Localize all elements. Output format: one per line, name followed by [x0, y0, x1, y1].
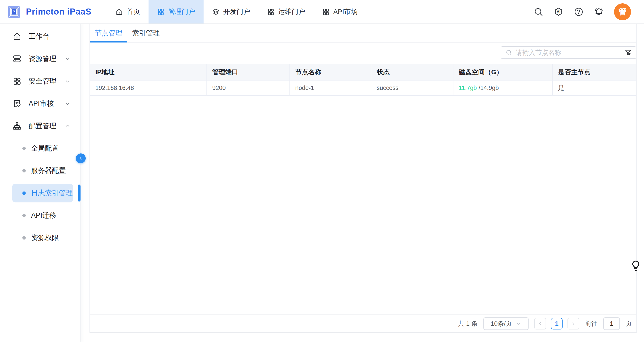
nav-item-api-market[interactable]: API市场 — [314, 0, 366, 24]
column-header-ip: IP地址 — [90, 64, 207, 80]
table-row[interactable]: 192.168.16.48 9200 node-1 success 11.7gb… — [90, 80, 636, 96]
sidebar-item-api-review[interactable]: API审核 — [0, 92, 80, 115]
lightbulb-icon[interactable] — [630, 260, 641, 272]
sidebar-item-label: 资源管理 — [29, 54, 56, 64]
sidebar-collapse-button[interactable] — [76, 154, 86, 163]
bullet-icon — [22, 236, 26, 240]
sidebar-subitem-label: 日志索引管理 — [31, 188, 73, 198]
ai-icon[interactable]: AI — [554, 7, 564, 17]
header-actions: AI ? 管 — [534, 0, 644, 24]
table-body: 192.168.16.48 9200 node-1 success 11.7gb… — [90, 80, 636, 96]
cell-is-master: 是 — [553, 80, 636, 96]
node-table: IP地址 管理端口 节点名称 状态 磁盘空间（G） 是否主节点 192.168.… — [90, 64, 636, 96]
app-grid-icon — [12, 77, 22, 86]
tab-node-management[interactable]: 节点管理 — [90, 24, 127, 42]
sidebar: 工作台 资源管理 安全管理 — [0, 24, 80, 342]
nav-label: 首页 — [126, 7, 140, 16]
nav-label: 管理门户 — [168, 7, 195, 16]
cell-port: 9200 — [207, 80, 290, 96]
chevron-left-icon — [78, 156, 83, 161]
cell-ip: 192.168.16.48 — [90, 80, 207, 96]
bell-icon[interactable] — [594, 7, 604, 17]
nav-item-home[interactable]: 首页 — [107, 0, 148, 24]
layers-icon — [212, 8, 220, 16]
table-header: IP地址 管理端口 节点名称 状态 磁盘空间（G） 是否主节点 — [90, 64, 636, 80]
tabbar: 节点管理 索引管理 — [90, 24, 636, 42]
pager: 1 — [534, 318, 579, 330]
nav-label: 开发门户 — [223, 7, 250, 16]
bullet-icon — [22, 147, 26, 150]
server-icon — [12, 54, 22, 63]
filter-icon[interactable] — [624, 49, 632, 56]
goto-unit: 页 — [626, 320, 632, 328]
column-header-disk: 磁盘空间（G） — [454, 64, 553, 80]
grid-icon — [157, 8, 165, 16]
ai-icon-label: AI — [554, 7, 564, 17]
search-icon — [506, 49, 512, 56]
goto-page-input[interactable] — [603, 318, 620, 330]
nav-label: API市场 — [333, 7, 358, 16]
pagination-bar: 共 1 条 10条/页 1 前往 页 — [90, 314, 636, 332]
content-card: 节点管理 索引管理 IP地址 — [90, 24, 637, 333]
sidebar-subitem-api-migration[interactable]: API迁移 — [0, 204, 80, 226]
bullet-icon — [22, 192, 26, 195]
bullet-icon — [22, 214, 26, 217]
column-header-port: 管理端口 — [207, 64, 290, 80]
cell-status: success — [371, 80, 454, 96]
help-icon[interactable]: ? — [574, 7, 584, 17]
chevron-down-icon — [64, 78, 71, 84]
sidebar-subitem-global-config[interactable]: 全局配置 — [0, 137, 80, 160]
disk-total-value: /14.9gb — [479, 84, 499, 92]
sidebar-subitem-server-config[interactable]: 服务器配置 — [0, 160, 80, 182]
tab-index-management[interactable]: 索引管理 — [127, 24, 165, 42]
tab-label: 节点管理 — [95, 28, 122, 38]
grid-icon — [267, 8, 275, 16]
sidebar-item-label: 安全管理 — [29, 76, 56, 86]
brand[interactable]: P Primeton iPaaS — [0, 0, 107, 24]
search-icon[interactable] — [534, 7, 543, 17]
cell-node-name: node-1 — [290, 80, 371, 96]
portal-nav: 首页 管理门户 开发门户 — [107, 0, 366, 24]
home-icon — [12, 32, 22, 41]
sidebar-item-label: 配置管理 — [29, 121, 56, 131]
column-header-node-name: 节点名称 — [290, 64, 371, 80]
avatar[interactable]: 管 — [614, 3, 631, 20]
sidebar-subitem-label: API迁移 — [31, 211, 56, 220]
sidebar-subitem-resource-permission[interactable]: 资源权限 — [0, 226, 80, 249]
chevron-down-icon — [64, 56, 71, 62]
home-icon — [116, 8, 123, 16]
chevron-up-icon — [64, 123, 71, 129]
prev-page-button[interactable] — [534, 318, 546, 330]
main-content: 节点管理 索引管理 IP地址 — [81, 24, 644, 342]
sidebar-item-config-mgmt[interactable]: 配置管理 — [0, 115, 80, 137]
nav-item-dev-portal[interactable]: 开发门户 — [204, 0, 258, 24]
sidebar-item-security-mgmt[interactable]: 安全管理 — [0, 70, 80, 92]
sitemap-icon — [12, 122, 22, 130]
nav-item-ops-portal[interactable]: 运维门户 — [258, 0, 314, 24]
sidebar-item-workbench[interactable]: 工作台 — [0, 25, 80, 48]
next-page-button[interactable] — [568, 318, 579, 330]
sidebar-item-label: API审核 — [29, 99, 54, 108]
tab-label: 索引管理 — [132, 28, 160, 38]
sidebar-subitem-log-index-mgmt[interactable]: 日志索引管理 — [0, 182, 80, 204]
page-size-select[interactable]: 10条/页 — [484, 318, 528, 330]
sidebar-item-label: 工作台 — [29, 32, 50, 41]
goto-label: 前往 — [585, 320, 598, 328]
current-page-button[interactable]: 1 — [551, 318, 562, 330]
chevron-down-icon — [64, 100, 71, 107]
cell-disk: 11.7gb /14.9gb — [454, 80, 553, 96]
column-header-status: 状态 — [371, 64, 454, 80]
sidebar-item-resource-mgmt[interactable]: 资源管理 — [0, 48, 80, 70]
column-header-master: 是否主节点 — [553, 64, 636, 80]
chevron-down-icon — [516, 321, 521, 326]
nav-item-admin-portal[interactable]: 管理门户 — [148, 0, 204, 24]
search-input[interactable] — [516, 49, 624, 56]
brand-name: Primeton iPaaS — [26, 7, 92, 16]
brand-logo-icon: P — [7, 5, 21, 19]
disk-used-value: 11.7gb — [459, 84, 477, 92]
grid-icon — [322, 8, 330, 16]
sidebar-subitem-label: 资源权限 — [31, 233, 59, 242]
active-indicator-bar — [78, 184, 80, 202]
top-header: P Primeton iPaaS 首页 管理门户 — [0, 0, 644, 24]
node-search-box — [500, 46, 636, 59]
